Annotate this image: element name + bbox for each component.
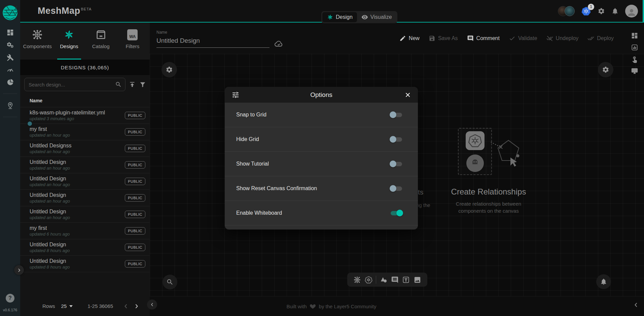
name-field-value[interactable]: Untitled Design [156, 37, 270, 44]
display-icon[interactable] [631, 67, 638, 75]
tab-design[interactable]: Design [322, 12, 357, 22]
list-item[interactable]: k8s-wasm-plugin-ratelimiter.ymlupdated 3… [20, 107, 150, 124]
avatar[interactable] [565, 6, 575, 16]
design-list: k8s-wasm-plugin-ratelimiter.ymlupdated 3… [20, 107, 150, 296]
import-design-icon[interactable] [129, 81, 136, 88]
validate-label: Validate [518, 35, 537, 41]
meshery-squid-icon [466, 154, 484, 172]
canvas-toolbar: New Save As Comment Validate Undeploy De… [399, 23, 614, 54]
design-name: Untitled Design [30, 176, 125, 182]
profile-avatar[interactable] [625, 5, 638, 17]
tab-designs[interactable]: Designs [53, 23, 85, 60]
meshery-logo-icon[interactable] [2, 5, 18, 21]
design-updated: updated 8 hours ago [30, 265, 125, 270]
layout-grid-icon[interactable] [631, 32, 638, 39]
magnifier-icon [166, 278, 174, 286]
canvas-components-gear-button[interactable] [162, 62, 177, 77]
comment-button[interactable]: Comment [467, 35, 500, 42]
list-item[interactable]: my firstupdated an hour ago PUBLIC [20, 124, 150, 140]
hint-title: Create Relationships [451, 187, 526, 197]
design-name: Untitled Designss [30, 143, 125, 149]
hint-desc-line1: Create relationships between [456, 201, 521, 207]
list-item[interactable]: Untitled Designupdated an hour ago PUBLI… [20, 206, 150, 223]
search-box [24, 78, 126, 91]
filter-icon[interactable] [139, 81, 146, 88]
list-item[interactable]: Untitled Designupdated an hour ago PUBLI… [20, 190, 150, 206]
undeploy-button[interactable]: Undeploy [546, 35, 579, 42]
dock-media-icon[interactable] [414, 276, 421, 284]
nav-meshmap-icon[interactable] [4, 101, 16, 109]
rows-per-page-select[interactable]: 25 [61, 303, 73, 309]
touch-interaction-icon[interactable] [631, 56, 638, 63]
deploy-button[interactable]: Deploy [587, 35, 614, 42]
dock-components-icon[interactable] [353, 276, 361, 284]
toggle-snap-to-grid[interactable] [390, 111, 403, 118]
dock-shapes-icon[interactable] [380, 276, 388, 284]
save-icon [429, 35, 435, 42]
next-page-icon[interactable] [133, 303, 140, 310]
new-button[interactable]: New [399, 35, 420, 42]
tab-filters[interactable]: WA Filters [117, 23, 148, 60]
list-item[interactable]: Untitled Designupdated an hour ago PUBLI… [20, 173, 150, 190]
design-name-field[interactable]: Name Untitled Design [156, 30, 270, 48]
nav-extensions-icon[interactable] [4, 78, 16, 86]
notifications-bell-icon[interactable] [611, 7, 619, 15]
visibility-badge: PUBLIC [125, 128, 145, 136]
save-status-cloud-icon [274, 39, 283, 48]
section-title: DESIGNS (36,065) [20, 60, 150, 75]
toggle-hide-grid[interactable] [390, 136, 403, 143]
k8s-context-switcher[interactable]: 1 [581, 6, 591, 16]
owner-avatar [27, 121, 33, 127]
nav-toolkit-icon[interactable] [4, 53, 16, 61]
tab-components-label: Components [23, 43, 52, 49]
dock-kubernetes-icon[interactable] [365, 276, 372, 284]
rail-divider [3, 117, 17, 117]
design-name: my first [30, 225, 125, 231]
option-row: Show Reset Canvas Confirmation [225, 176, 418, 201]
designs-panel: Components Designs Catalog WA Filters DE… [20, 23, 150, 316]
canvas-notify-button[interactable] [596, 274, 611, 289]
validate-button[interactable]: Validate [509, 35, 537, 42]
footer-collapse-icon[interactable] [633, 302, 639, 308]
nav-performance-icon[interactable] [4, 66, 16, 74]
list-item[interactable]: Untitled Designupdated 8 hours ago PUBLI… [20, 239, 150, 256]
kubernetes-tile-icon [466, 131, 485, 150]
list-item[interactable]: my firstupdated 6 hours ago PUBLIC [20, 223, 150, 239]
toggle-show-tutorial[interactable] [390, 161, 403, 167]
design-name: Untitled Design [30, 242, 125, 248]
zoom-button[interactable] [163, 275, 177, 289]
search-input[interactable] [29, 82, 115, 87]
dock-text-icon[interactable] [402, 276, 410, 284]
design-name: Untitled Design [30, 258, 125, 264]
analytics-icon[interactable] [631, 44, 638, 51]
option-label: Show Reset Canvas Confirmation [236, 185, 317, 191]
canvas-settings-button[interactable] [598, 62, 613, 77]
prev-page-icon[interactable] [122, 303, 129, 310]
dock-comment-icon[interactable] [391, 276, 399, 284]
tab-components[interactable]: Components [22, 23, 53, 60]
new-label: New [409, 35, 420, 41]
nav-lifecycle-icon[interactable] [4, 41, 16, 49]
list-item[interactable]: Untitled Designupdated an hour ago PUBLI… [20, 157, 150, 173]
option-row: Enable Whiteboard [225, 201, 418, 225]
bell-icon [600, 278, 607, 285]
nav-dashboard-icon[interactable] [4, 28, 16, 36]
search-icon[interactable] [115, 81, 122, 88]
design-updated: updated 6 hours ago [30, 232, 125, 237]
list-item[interactable]: Untitled Designssupdated an hour ago PUB… [20, 140, 150, 157]
toggle-show-reset-canvas-confirmation[interactable] [390, 185, 403, 192]
list-item[interactable]: Untitled Designupdated 8 hours ago PUBLI… [20, 256, 150, 272]
rail-expand-button[interactable] [14, 265, 24, 275]
settings-gear-icon[interactable] [598, 7, 605, 15]
panel-collapse-button[interactable] [147, 300, 157, 310]
close-icon[interactable] [398, 92, 411, 98]
design-name: Untitled Design [30, 159, 125, 165]
rows-label: Rows [42, 303, 55, 309]
collaborator-avatars[interactable] [558, 6, 575, 16]
tab-catalog[interactable]: Catalog [85, 23, 117, 60]
panel-tabs: Components Designs Catalog WA Filters [20, 23, 150, 60]
save-as-button[interactable]: Save As [429, 35, 458, 42]
help-icon[interactable]: ? [6, 294, 14, 303]
tab-visualize[interactable]: Visualize [357, 12, 396, 22]
toggle-enable-whiteboard[interactable] [390, 210, 403, 216]
